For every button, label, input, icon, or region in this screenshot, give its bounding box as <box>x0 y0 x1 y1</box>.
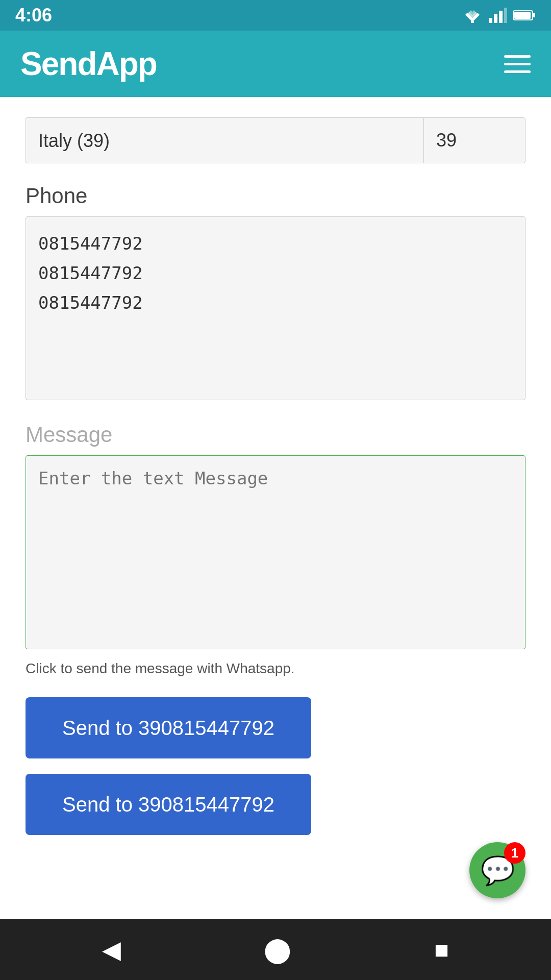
fab-badge: 1 <box>504 842 525 864</box>
nav-back-button[interactable]: ◀ <box>102 935 121 964</box>
main-content: Italy (39) 39 Phone 0815447792 081544779… <box>0 97 551 919</box>
svg-rect-6 <box>499 11 503 23</box>
message-input[interactable] <box>26 455 525 649</box>
nav-home-button[interactable]: ⬤ <box>264 935 291 964</box>
menu-line-1 <box>504 55 531 58</box>
svg-rect-10 <box>514 12 531 19</box>
status-time: 4:06 <box>15 5 52 26</box>
country-code-display: 39 <box>423 117 525 163</box>
phone-label: Phone <box>26 184 525 208</box>
menu-line-2 <box>504 63 531 65</box>
status-icons <box>462 8 536 23</box>
wifi-icon <box>462 8 483 23</box>
nav-bar: ◀ ⬤ ■ <box>0 919 551 980</box>
send-button-2[interactable]: Send to 390815447792 <box>26 774 311 835</box>
fab-chat-button[interactable]: 1 💬 <box>469 842 525 898</box>
phone-input[interactable]: 0815447792 0815447792 0815447792 <box>26 216 525 400</box>
svg-rect-5 <box>494 14 497 23</box>
app-logo: SendApp <box>20 45 157 83</box>
toolbar: SendApp <box>0 31 551 97</box>
svg-rect-4 <box>489 18 492 23</box>
status-bar: 4:06 <box>0 0 551 31</box>
whatsapp-hint: Click to send the message with Whatsapp. <box>26 660 525 677</box>
menu-button[interactable] <box>504 55 531 73</box>
svg-rect-9 <box>533 13 535 17</box>
svg-rect-7 <box>504 8 507 23</box>
country-row: Italy (39) 39 <box>26 117 525 163</box>
message-label: Message <box>26 423 525 447</box>
country-select[interactable]: Italy (39) <box>26 117 423 163</box>
battery-icon <box>513 9 536 21</box>
signal-icon <box>489 8 507 23</box>
send-button-1[interactable]: Send to 390815447792 <box>26 697 311 758</box>
nav-recent-button[interactable]: ■ <box>434 936 449 964</box>
menu-line-3 <box>504 70 531 73</box>
